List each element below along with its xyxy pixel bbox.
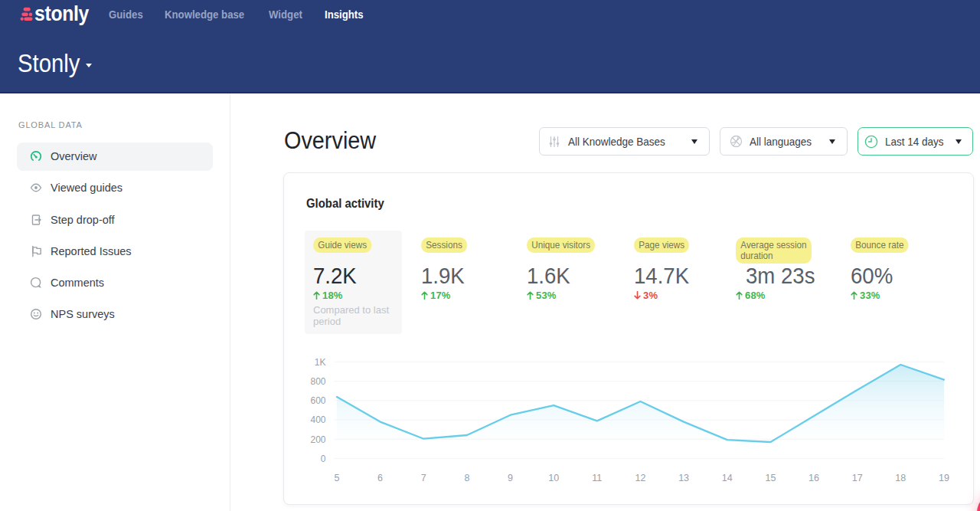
svg-text:0: 0 — [321, 454, 326, 464]
svg-text:800: 800 — [310, 376, 325, 387]
svg-text:15: 15 — [765, 473, 776, 483]
svg-text:400: 400 — [310, 414, 325, 425]
svg-text:13: 13 — [678, 473, 689, 483]
svg-text:9: 9 — [508, 473, 513, 483]
svg-text:200: 200 — [310, 434, 325, 445]
svg-text:12: 12 — [635, 473, 646, 483]
svg-text:18: 18 — [895, 473, 906, 483]
svg-text:5: 5 — [335, 473, 340, 483]
svg-text:8: 8 — [464, 473, 469, 483]
svg-text:19: 19 — [939, 473, 949, 483]
svg-text:10: 10 — [548, 473, 559, 483]
svg-text:11: 11 — [592, 473, 602, 483]
svg-text:14: 14 — [722, 473, 733, 483]
svg-text:1K: 1K — [315, 357, 326, 368]
svg-text:600: 600 — [310, 395, 325, 406]
svg-text:16: 16 — [808, 473, 819, 483]
svg-text:17: 17 — [852, 473, 863, 483]
svg-text:6: 6 — [377, 473, 383, 483]
svg-text:7: 7 — [421, 473, 426, 483]
